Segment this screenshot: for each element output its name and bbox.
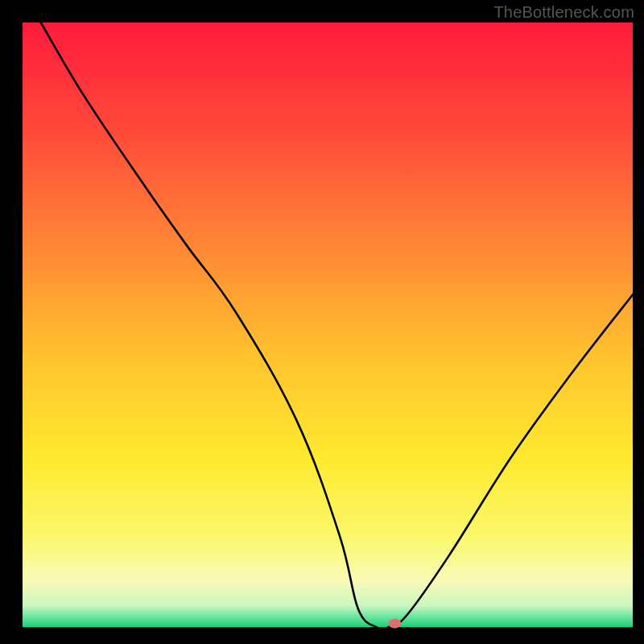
chart-svg	[0, 0, 644, 644]
watermark-text: TheBottleneck.com	[493, 3, 634, 22]
optimum-marker	[388, 618, 401, 628]
chart-gradient-bg	[23, 23, 633, 627]
chart-canvas	[0, 0, 644, 644]
